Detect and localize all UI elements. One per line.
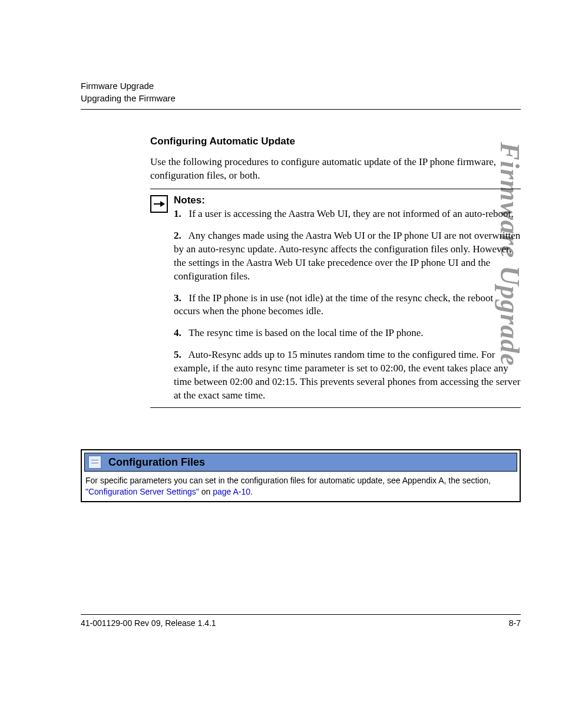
note-text: Auto-Resync adds up to 15 minutes random… (174, 349, 520, 401)
note-arrow-icon (150, 195, 168, 213)
header-line-2: Upgrading the Firmware (81, 92, 521, 104)
header-line-1: Firmware Upgrade (81, 80, 521, 92)
note-item: 5. Auto-Resync adds up to 15 minutes ran… (174, 348, 521, 403)
note-item: 3. If the IP phone is in use (not idle) … (174, 292, 521, 319)
note-item: 4. The resync time is based on the local… (174, 327, 521, 340)
note-number: 4. (174, 327, 181, 338)
config-files-body: For specific parameters you can set in t… (84, 472, 517, 499)
config-link-page[interactable]: page A-10 (213, 487, 250, 496)
config-files-bar: Configuration Files (84, 453, 517, 472)
page-footer: 41-001129-00 Rev 09, Release 1.4.1 8-7 (81, 614, 521, 628)
document-icon (88, 456, 101, 469)
note-item: 2. Any changes made using the Aastra Web… (174, 229, 521, 284)
config-files-title: Configuration Files (108, 456, 205, 469)
section-intro: Use the following procedures to configur… (150, 156, 521, 183)
note-number: 1. (174, 208, 181, 219)
config-body-prefix: For specific parameters you can set in t… (85, 476, 491, 485)
note-text: If a user is accessing the Aastra Web UI… (189, 208, 514, 219)
notes-block: Notes: 1. If a user is accessing the Aas… (150, 189, 521, 408)
note-text: The resync time is based on the local ti… (189, 327, 423, 338)
note-item: 1. If a user is accessing the Aastra Web… (174, 207, 521, 221)
note-text: Any changes made using the Aastra Web UI… (174, 230, 520, 282)
config-link-settings[interactable]: "Configuration Server Settings" (85, 487, 199, 496)
section-title: Configuring Automatic Update (150, 136, 521, 147)
note-text: If the IP phone is in use (not idle) at … (174, 292, 493, 317)
note-number: 2. (174, 230, 181, 241)
footer-right: 8-7 (509, 618, 521, 628)
footer-left: 41-001129-00 Rev 09, Release 1.4.1 (81, 618, 216, 628)
notes-heading: Notes: (174, 195, 205, 206)
config-body-suffix: . (250, 487, 253, 496)
note-number: 3. (174, 292, 181, 304)
config-body-mid: on (199, 487, 213, 496)
config-files-box: Configuration Files For specific paramet… (81, 449, 521, 502)
svg-marker-1 (160, 201, 165, 207)
page-header: Firmware Upgrade Upgrading the Firmware (81, 80, 521, 110)
note-number: 5. (174, 349, 181, 360)
notes-content: Notes: 1. If a user is accessing the Aas… (174, 194, 521, 403)
